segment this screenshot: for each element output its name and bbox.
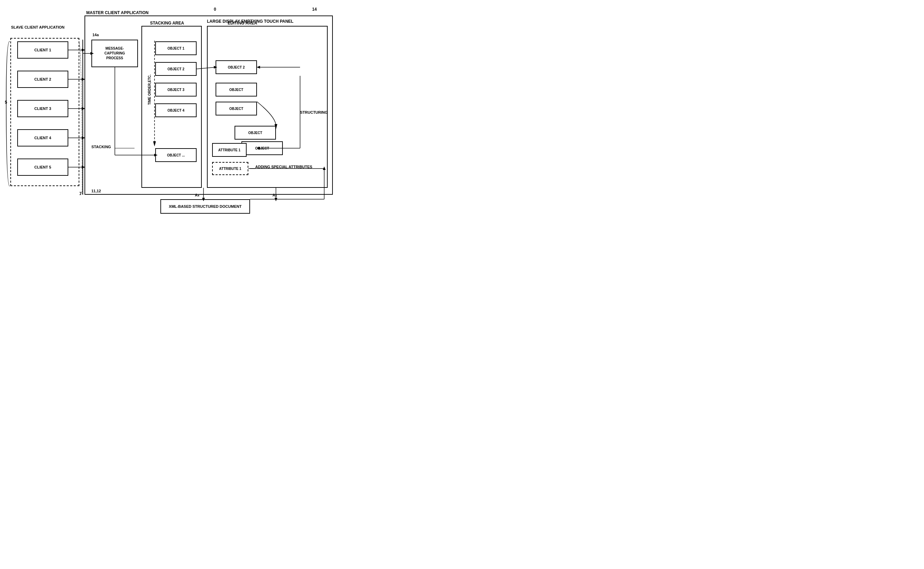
client4-box: CLIENT 4 (17, 129, 68, 146)
ref1112-label: 11,12 (91, 189, 101, 193)
stacking-label: STACKING (91, 145, 111, 149)
ref0-label: 0 (214, 7, 216, 12)
attribute1-dashed-box: ATTRIBUTE 1 (212, 162, 249, 175)
client3-box: CLIENT 3 (17, 100, 68, 117)
stacking-area-label: STACKING AREA (150, 21, 184, 26)
message-capturing-box: MESSAGE-CAPTURINGPROCESS (91, 40, 138, 67)
object4-stack-box: OBJECT 4 (155, 103, 197, 117)
objectb-edit-box: OBJECT (216, 102, 257, 116)
refA5-label: A₅ (273, 193, 277, 198)
object3-stack-box: OBJECT 3 (155, 83, 197, 96)
objectd-edit-box: OBJECT (241, 141, 283, 155)
ref7-label: 7 (79, 191, 82, 196)
svg-marker-31 (274, 198, 277, 201)
object2-edit-box: OBJECT 2 (216, 60, 257, 74)
objecta-edit-box: OBJECT (216, 83, 257, 96)
client2-box: CLIENT 2 (17, 71, 68, 88)
slave-client-label: SLAVE CLIENT APPLICATION (11, 25, 64, 30)
editing-area-label: EDITING AREA (228, 21, 257, 26)
client1-box: CLIENT 1 (17, 41, 68, 59)
client5-box: CLIENT 5 (17, 158, 68, 176)
object2-stack-box: OBJECT 2 (155, 62, 197, 76)
adding-attributes-label: ADDING SPECIAL ATTRIBUTES (255, 165, 312, 169)
ref5-label: 5 (5, 100, 7, 105)
master-client-label: MASTER CLIENT APPLICATION (86, 10, 149, 15)
structuring-label: STRUCTURING (300, 110, 328, 114)
object1-stack-box: OBJECT 1 (155, 41, 197, 55)
attribute1-solid-box: ATTRIBUTE 1 (212, 143, 247, 157)
refA4-label: A₄ (195, 193, 199, 198)
xml-doc-box: XML-BASED STRUCTURED DOCUMENT (160, 199, 250, 214)
ref14-label: 14 (312, 7, 317, 12)
time-order-label: TIME ORDER,ETC. (144, 41, 154, 138)
ref14a-label: 14a (92, 33, 99, 37)
objectc-edit-box: OBJECT (235, 126, 276, 140)
object-dots-stack-box: OBJECT ... (155, 148, 197, 162)
diagram: SLAVE CLIENT APPLICATION CLIENT 1 CLIENT… (0, 0, 345, 214)
